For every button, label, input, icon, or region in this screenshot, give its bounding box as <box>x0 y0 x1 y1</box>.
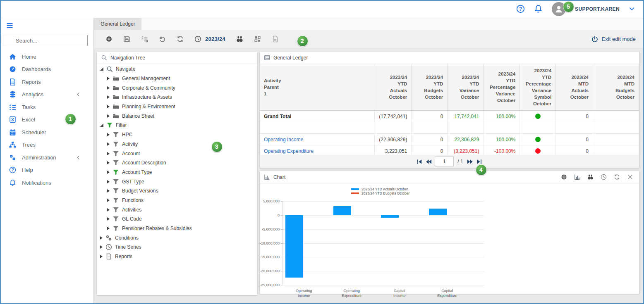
grid-column-header[interactable]: 2023/24 YTD Actuals October <box>374 64 412 110</box>
tree-item[interactable]: Conditions <box>97 233 257 242</box>
sidebar-item-reports[interactable]: Reports <box>0 76 93 88</box>
grid-column-header[interactable]: 2023/24 MTD Actuals October <box>556 64 593 110</box>
tree-expander-collapsed-icon[interactable] <box>107 227 110 230</box>
notifications-bell-icon[interactable] <box>534 5 543 13</box>
tree-expander-collapsed-icon[interactable] <box>107 161 110 164</box>
tree-item[interactable]: Navigate <box>97 64 257 74</box>
grid-cell <box>593 134 639 145</box>
y-tick-label: -15,000,000 <box>260 255 280 259</box>
tree-item[interactable]: GL Code <box>97 214 257 224</box>
tree-item[interactable]: Filter <box>97 121 257 130</box>
folder-icon <box>113 113 119 119</box>
bell-icon <box>9 179 16 186</box>
pager-next-icon[interactable] <box>467 159 473 165</box>
tree-expander-collapsed-icon[interactable] <box>107 152 110 155</box>
grid-cell: 100.00% <box>484 111 520 122</box>
tree-expander-collapsed-icon[interactable] <box>107 189 110 192</box>
sidebar-item-dashboards[interactable]: Dashboards <box>0 63 93 76</box>
tree-expander-collapsed-icon[interactable] <box>107 133 110 136</box>
tree-expander-collapsed-icon[interactable] <box>107 95 110 99</box>
sidebar-item-excel[interactable]: Excel <box>0 114 93 126</box>
tree-expander-collapsed-icon[interactable] <box>107 86 110 90</box>
grid-cell: 0 <box>412 111 448 122</box>
chevron-left-icon <box>76 92 81 97</box>
chart-bar[interactable] <box>381 215 399 218</box>
tree-item[interactable]: Infrastructure & Assets <box>97 93 257 102</box>
grid-column-header[interactable]: 2023/24 YTD Percentage Variance October <box>484 64 520 110</box>
tree-item[interactable]: Activity <box>97 140 257 149</box>
sidebar-item-home[interactable]: Home <box>0 50 93 63</box>
tree-expander-collapsed-icon[interactable] <box>107 208 110 211</box>
undo-icon[interactable] <box>159 36 166 43</box>
tree-expander-collapsed-icon[interactable] <box>107 217 110 221</box>
save-icon[interactable] <box>123 36 130 43</box>
sidebar-item-trees[interactable]: Trees <box>0 139 93 152</box>
row-label-cell[interactable]: Operating Income <box>260 134 375 145</box>
exit-edit-mode-button[interactable]: Exit edit mode <box>591 36 644 43</box>
tree-expander-collapsed-icon[interactable] <box>107 171 110 174</box>
pager-prev-icon[interactable] <box>426 159 432 165</box>
chart-bar[interactable] <box>429 209 447 215</box>
sidebar-item-administration[interactable]: Administration <box>0 151 93 164</box>
search-input[interactable] <box>3 35 88 46</box>
tree-item[interactable]: Corporate & Community <box>97 83 257 93</box>
tree-item[interactable]: General Management <box>97 74 257 83</box>
period-selector[interactable]: 2023/24 <box>194 36 225 43</box>
pager-last-icon[interactable] <box>476 159 482 165</box>
help-icon[interactable]: ? <box>516 5 525 13</box>
sidebar-item-tasks[interactable]: Tasks <box>0 101 93 114</box>
document-icon[interactable] <box>272 36 279 43</box>
username[interactable]: SUPPORT.KAREN <box>575 6 620 12</box>
layout-icon[interactable] <box>254 36 261 43</box>
pager-first-icon[interactable] <box>417 159 423 165</box>
chevron-down-icon[interactable] <box>629 6 635 12</box>
tree-item[interactable]: Planning & Environment <box>97 102 257 112</box>
tree-expander-expanded-icon[interactable] <box>100 124 103 127</box>
sidebar-item-scheduler[interactable]: Scheduler <box>0 126 93 139</box>
tree-item[interactable]: Budget Versions <box>97 186 257 196</box>
tree-item[interactable]: Pensioner Rebates & Subsidies <box>97 224 257 233</box>
tree-item[interactable]: Account <box>97 149 257 158</box>
page-number-input[interactable] <box>435 157 454 166</box>
tree-item-label: Activity <box>122 141 138 147</box>
tree-expander-collapsed-icon[interactable] <box>107 199 110 202</box>
tree-expander-expanded-icon[interactable] <box>100 67 103 71</box>
grid-column-header[interactable]: 2023/24 YTD Percentage Variance Symbol O… <box>520 64 556 110</box>
tree-expander-collapsed-icon[interactable] <box>100 255 103 258</box>
grid-column-header[interactable]: Activity Parent 1 <box>260 64 374 110</box>
tree-item[interactable]: Activities <box>97 205 257 214</box>
grid-column-header[interactable]: 2023/24 YTD Budgets October <box>412 64 448 110</box>
chart-bar[interactable] <box>285 215 303 278</box>
list-add-icon[interactable] <box>141 36 148 43</box>
tree-expander-collapsed-icon[interactable] <box>100 245 103 249</box>
sidebar-item-notifications[interactable]: Notifications <box>0 176 93 189</box>
sidebar-item-analytics[interactable]: Analytics <box>0 88 93 101</box>
sidebar-item-help[interactable]: ?Help <box>0 164 93 177</box>
chart-bar[interactable] <box>333 206 351 215</box>
binoculars-icon[interactable] <box>236 36 243 43</box>
tree-item[interactable]: Account Type <box>97 168 257 177</box>
tab-general-ledger[interactable]: General Ledger <box>94 18 141 30</box>
tree-expander-collapsed-icon[interactable] <box>107 77 110 80</box>
refresh-icon[interactable] <box>177 36 184 43</box>
tree-expander-collapsed-icon[interactable] <box>107 114 110 118</box>
tree-expander-collapsed-icon[interactable] <box>107 180 110 183</box>
tree-item[interactable]: Functions <box>97 196 257 205</box>
tree-item[interactable]: Time Series <box>97 242 257 252</box>
tree-expander-collapsed-icon[interactable] <box>100 236 103 240</box>
grid-column-header[interactable]: 2023/24 YTD Variance October <box>448 64 484 110</box>
tree-item[interactable]: Account Description <box>97 158 257 168</box>
settings-icon[interactable] <box>105 36 113 43</box>
grid-column-header[interactable]: 2023/24 MTD Budgets October <box>593 64 639 110</box>
hamburger-menu-icon[interactable] <box>6 22 14 29</box>
analytics-icon <box>9 91 16 98</box>
tree-expander-collapsed-icon[interactable] <box>107 142 110 146</box>
toolbar-right-group <box>236 36 279 43</box>
x-category-label: Operating Income <box>283 289 325 298</box>
tree-item[interactable]: HPC <box>97 130 257 140</box>
tree-item[interactable]: Balance Sheet <box>97 111 257 121</box>
tree-expander-collapsed-icon[interactable] <box>107 105 110 108</box>
tree-item[interactable]: Reports <box>97 252 257 261</box>
folder-icon <box>113 85 119 91</box>
tree-item[interactable]: GST Type <box>97 177 257 186</box>
